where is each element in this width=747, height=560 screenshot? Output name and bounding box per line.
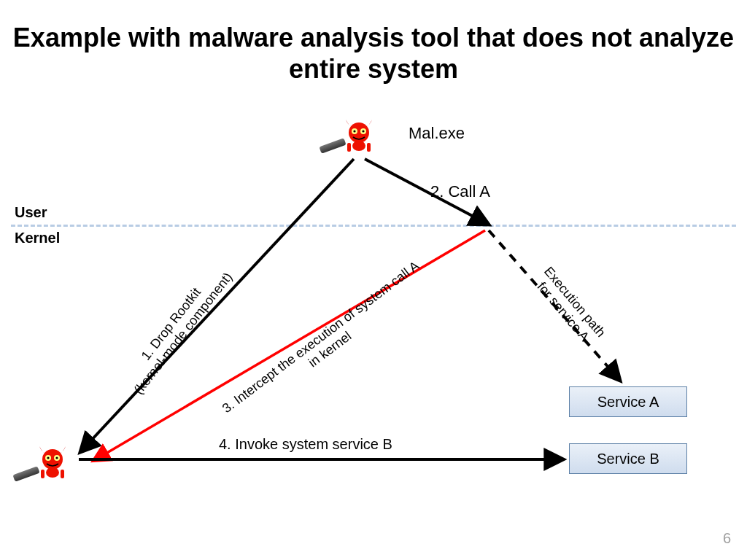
- svg-rect-20: [61, 470, 64, 478]
- malware-label: Mal.exe: [409, 124, 465, 143]
- svg-rect-11: [347, 143, 351, 152]
- svg-point-9: [362, 130, 364, 132]
- service-a-box: Service A: [569, 386, 687, 417]
- devil-icon: [341, 117, 376, 152]
- drop-rootkit-label: 1. Drop Rootkit (kernel-mode component): [119, 260, 236, 397]
- svg-point-16: [47, 456, 49, 459]
- svg-point-10: [352, 141, 365, 151]
- intercept-label: 3. Intercept the execution of system cal…: [220, 258, 432, 428]
- svg-line-0: [80, 159, 354, 452]
- kernel-label: Kernel: [15, 230, 60, 246]
- page-number: 6: [723, 530, 731, 547]
- svg-point-17: [55, 456, 58, 459]
- user-label: User: [15, 204, 47, 221]
- user-kernel-divider: [11, 225, 736, 227]
- invoke-b-label: 4. Invoke system service B: [219, 436, 392, 453]
- svg-rect-19: [41, 470, 44, 478]
- svg-point-8: [353, 130, 355, 132]
- service-b-box: Service B: [569, 443, 687, 474]
- execution-path-label: Execution path for service A: [529, 264, 608, 350]
- svg-point-18: [46, 467, 59, 478]
- svg-rect-12: [367, 143, 371, 152]
- call-a-label: 2. Call A: [430, 182, 490, 201]
- slide-title: Example with malware analysis tool that …: [0, 22, 747, 85]
- devil-icon: [35, 443, 70, 478]
- slide: Example with malware analysis tool that …: [0, 0, 747, 560]
